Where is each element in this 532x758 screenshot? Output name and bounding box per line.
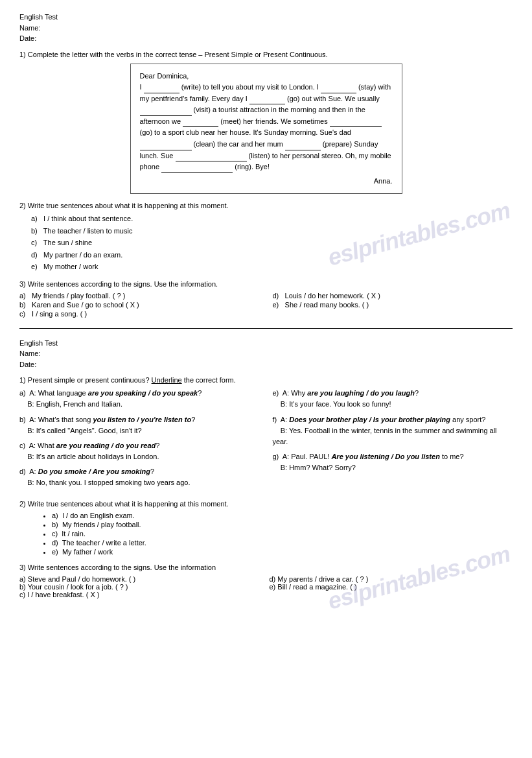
q2-section: 2) Write true sentences about what it is… xyxy=(19,202,513,272)
test-title-1: English Test xyxy=(19,12,513,23)
s2-q2-c: c) It / rain. xyxy=(52,530,513,538)
date-label-2: Date: xyxy=(19,359,513,370)
q3-cols: a) My friends / play football. ( ? ) b) … xyxy=(19,292,513,319)
section-divider xyxy=(19,328,513,329)
s2-q1-cols: a) A: What language are you speaking / d… xyxy=(19,388,513,492)
s2-q3-right: d) My parents / drive a car. ( ? ) e) Bi… xyxy=(263,575,513,598)
s2-q2-e: e) My father / work xyxy=(52,548,513,556)
q1-section: 1) Complete the letter with the verbs in… xyxy=(19,51,513,195)
s2-q1-c: c) A: What are you reading / do you read… xyxy=(19,440,260,462)
letter-salutation: Dear Dominica, xyxy=(140,71,393,82)
q3-right-col: d) Louis / do her homework. ( X ) e) She… xyxy=(260,292,513,319)
q3-a: a) My friends / play football. ( ? ) xyxy=(19,292,260,300)
s2-q3-cols: a) Steve and Paul / do homework. ( ) b) … xyxy=(19,575,513,598)
q3-e: e) She / read many books. ( ) xyxy=(273,301,513,309)
s2-q2-section: 2) Write true sentences about what it is… xyxy=(19,500,513,556)
test-title-2: English Test xyxy=(19,338,513,349)
q2-c: c) The sun / shine xyxy=(31,237,513,248)
s2-q2-b: b) My friends / play football. xyxy=(52,521,513,528)
s2-q1-d: d) A: Do you smoke / Are you smoking? B:… xyxy=(19,466,260,488)
s2-q2-a: a) I / do an English exam. xyxy=(52,512,513,519)
header-top: English Test Name: Date: xyxy=(19,12,513,44)
q2-a: a) I / think about that sentence. xyxy=(31,213,513,224)
s2-q1-a: a) A: What language are you speaking / d… xyxy=(19,388,260,410)
q2-title: 2) Write true sentences about what it is… xyxy=(19,202,513,209)
s2-q2-title: 2) Write true sentences about what it is… xyxy=(19,500,513,508)
q2-e: e) My mother / work xyxy=(31,261,513,272)
s2-q1-f: f) A: Does your brother play / Is your b… xyxy=(273,414,513,447)
s2-q1-section: 1) Present simple or present continuous?… xyxy=(19,376,513,492)
s2-q3-a: a) Steve and Paul / do homework. ( ) xyxy=(19,575,263,583)
s2-q3-c: c) I / have breakfast. ( X ) xyxy=(19,591,263,598)
q3-section: 3) Write sentences according to the sign… xyxy=(19,280,513,319)
letter-box: Dear Dominica, I (write) to tell you abo… xyxy=(130,64,402,195)
s2-q1-right: e) A: Why are you laughing / do you laug… xyxy=(266,388,513,492)
s2-q1-e: e) A: Why are you laughing / do you laug… xyxy=(273,388,513,410)
page: eslprintables.com eslprintables.com Engl… xyxy=(0,0,532,758)
date-label-1: Date: xyxy=(19,33,513,44)
q3-d: d) Louis / do her homework. ( X ) xyxy=(273,292,513,300)
header-bottom: English Test Name: Date: xyxy=(19,338,513,370)
q3-b: b) Karen and Sue / go to school ( X ) xyxy=(19,301,260,309)
name-label-1: Name: xyxy=(19,23,513,34)
name-label-2: Name: xyxy=(19,348,513,359)
s2-q2-d: d) The teacher / write a letter. xyxy=(52,539,513,547)
q3-c: c) I / sing a song. ( ) xyxy=(19,310,260,318)
s2-q1-title: 1) Present simple or present continuous?… xyxy=(19,376,513,384)
q3-left-col: a) My friends / play football. ( ? ) b) … xyxy=(19,292,260,319)
s2-q3-left: a) Steve and Paul / do homework. ( ) b) … xyxy=(19,575,263,598)
q2-b: b) The teacher / listen to music xyxy=(31,226,513,237)
s2-q2-list: a) I / do an English exam. b) My friends… xyxy=(19,512,513,556)
letter-signature: Anna. xyxy=(140,176,393,187)
s2-q3-d: d) My parents / drive a car. ( ? ) xyxy=(270,575,513,583)
q2-list: a) I / think about that sentence. b) The… xyxy=(19,213,513,272)
s2-q1-left: a) A: What language are you speaking / d… xyxy=(19,388,266,492)
s2-q3-e: e) Bill / read a magazine. ( ) xyxy=(270,583,513,591)
s2-q1-g: g) A: Paul. PAUL! Are you listening / Do… xyxy=(273,451,513,473)
s2-q3-title: 3) Write sentences according to the sign… xyxy=(19,563,513,571)
letter-body: I (write) to tell you about my visit to … xyxy=(140,82,393,173)
q3-title: 3) Write sentences according to the sign… xyxy=(19,280,513,288)
q2-d: d) My partner / do an exam. xyxy=(31,250,513,261)
s2-q3-section: 3) Write sentences according to the sign… xyxy=(19,563,513,598)
s2-q3-b: b) Your cousin / look for a job. ( ? ) xyxy=(19,583,263,591)
s2-q1-b: b) A: What's that song you listen to / y… xyxy=(19,414,260,436)
q1-title: 1) Complete the letter with the verbs in… xyxy=(19,51,513,58)
